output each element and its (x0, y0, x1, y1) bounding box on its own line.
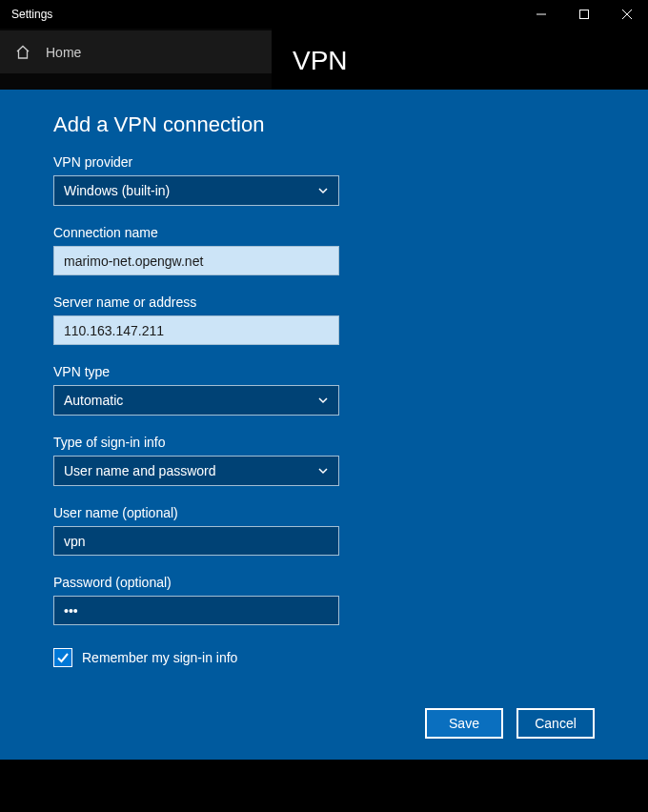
chevron-down-icon (317, 185, 329, 196)
cancel-button-label: Cancel (535, 716, 577, 731)
field-connection-name: Connection name (53, 225, 339, 275)
chevron-down-icon (317, 465, 329, 477)
signin-type-value: User name and password (64, 463, 216, 478)
signin-type-select[interactable]: User name and password (53, 456, 339, 486)
remember-signin-row[interactable]: Remember my sign-in info (53, 648, 595, 667)
add-vpn-modal: Add a VPN connection VPN provider Window… (0, 90, 648, 760)
save-button[interactable]: Save (425, 708, 503, 739)
server-address-label: Server name or address (53, 294, 339, 310)
home-icon (15, 45, 30, 60)
svg-rect-1 (579, 10, 588, 19)
window-controls (519, 0, 648, 29)
vpn-type-select[interactable]: Automatic (53, 385, 339, 416)
maximize-icon (579, 10, 589, 19)
connection-name-input[interactable] (53, 246, 339, 275)
chevron-down-icon (317, 395, 329, 406)
field-password: Password (optional) (53, 575, 339, 625)
minimize-icon (537, 10, 546, 19)
username-label: User name (optional) (53, 505, 339, 520)
sidebar-item-home[interactable]: Home (0, 30, 272, 73)
vpn-type-value: Automatic (64, 393, 123, 408)
titlebar: Settings (0, 0, 648, 29)
save-button-label: Save (449, 716, 479, 731)
modal-title: Add a VPN connection (53, 112, 595, 137)
close-button[interactable] (605, 0, 648, 29)
field-signin-type: Type of sign-in info User name and passw… (53, 435, 339, 486)
cancel-button[interactable]: Cancel (516, 708, 595, 739)
password-label: Password (optional) (53, 575, 339, 590)
bottom-strip (0, 760, 648, 812)
field-vpn-type: VPN type Automatic (53, 364, 339, 416)
vpn-provider-label: VPN provider (53, 154, 339, 170)
remember-label: Remember my sign-in info (82, 650, 237, 665)
page-title: VPN (293, 46, 627, 76)
field-server-address: Server name or address (53, 294, 339, 345)
connection-name-label: Connection name (53, 225, 339, 240)
checkmark-icon (56, 651, 70, 664)
remember-checkbox[interactable] (53, 648, 72, 667)
modal-buttons: Save Cancel (425, 708, 595, 739)
vpn-type-label: VPN type (53, 364, 339, 379)
minimize-button[interactable] (519, 0, 562, 29)
vpn-provider-value: Windows (built-in) (64, 183, 170, 198)
password-input[interactable] (53, 596, 339, 625)
window-title: Settings (11, 8, 52, 21)
field-username: User name (optional) (53, 505, 339, 556)
field-vpn-provider: VPN provider Windows (built-in) (53, 154, 339, 206)
server-address-input[interactable] (53, 315, 339, 345)
vpn-provider-select[interactable]: Windows (built-in) (53, 175, 339, 206)
home-label: Home (46, 45, 81, 60)
username-input[interactable] (53, 526, 339, 556)
maximize-button[interactable] (562, 0, 605, 29)
signin-type-label: Type of sign-in info (53, 435, 339, 450)
close-icon (622, 10, 632, 19)
